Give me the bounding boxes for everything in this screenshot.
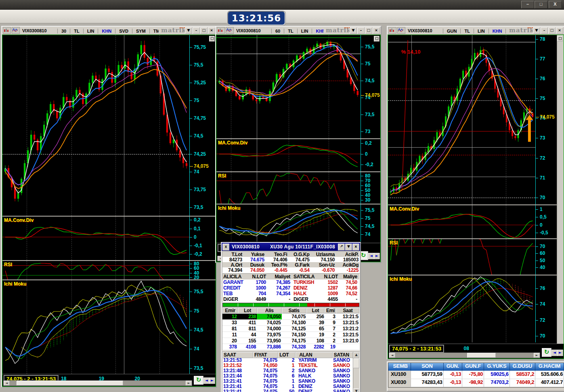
maximize-button[interactable]: □	[200, 27, 208, 34]
symbol-label[interactable]: VIX0300810	[234, 28, 271, 33]
panel-corner-button[interactable]	[557, 36, 563, 42]
chart-hscrollbar[interactable]: ◄►	[3, 380, 192, 386]
symbol-label[interactable]: VIX0300810	[405, 28, 443, 33]
rsi-plot[interactable]: RSI	[2, 261, 189, 279]
refresh-button[interactable]: ↻	[194, 376, 203, 385]
ichimoku-plot[interactable]: Ichi Moku	[2, 280, 189, 374]
trade-row[interactable]: 13:21:5374,0752YATIRIMSANKO	[222, 357, 359, 363]
bar-chart-icon[interactable]	[217, 27, 225, 34]
quote-close-left-button[interactable]: x	[222, 244, 229, 250]
macd-plot[interactable]: MA.Conv.Div	[216, 139, 361, 171]
titlebar-segment-lin[interactable]: LIN	[297, 29, 312, 33]
titlebar-segment-30[interactable]: 30	[57, 29, 70, 33]
index-row[interactable]: XU10058773,59-0,13-75,8059025,658537,253…	[388, 371, 564, 379]
broker-row[interactable]: TEB70474,354HALK100974,52	[222, 291, 359, 296]
scroll-down-icon[interactable]: ▼	[353, 388, 359, 392]
depth-row[interactable]: 2015573,95074,175108213:21:0	[222, 338, 359, 344]
titlebar-segment-lin[interactable]: LIN	[474, 29, 489, 33]
chart-hscrollbar[interactable]: ◄►	[389, 352, 540, 358]
minimize-button[interactable]: –	[193, 27, 200, 34]
scrollbar-thumb[interactable]	[467, 353, 496, 358]
titlebar-segment-tl[interactable]: TL	[460, 29, 473, 33]
broker-row[interactable]: ALICILAN.LOTMaliyetSATICILAN.LOTMaliye	[222, 274, 359, 279]
depth-row[interactable]: 1223874,05074,075256313:21:5	[222, 314, 359, 320]
scrollbar-left-icon[interactable]: ◄	[4, 381, 10, 386]
ichimoku-plot[interactable]: Ichi Moku	[216, 204, 361, 242]
index-row[interactable]: SEMBSONGUN.GUN.FG.YUKSG.DUSUG.HACIM	[388, 363, 564, 371]
page-right-button[interactable]: ►	[557, 350, 563, 356]
titlebar-segment-svd[interactable]: SVD	[115, 29, 132, 33]
page-left-button[interactable]: ◄	[551, 350, 558, 356]
bar-chart-icon[interactable]	[388, 27, 396, 34]
dropdown-button[interactable]: ▼	[185, 27, 192, 34]
wave-indicator-icon[interactable]	[226, 27, 234, 34]
dropdown-button[interactable]: ▼	[533, 27, 540, 34]
bar-chart-icon[interactable]	[3, 27, 11, 34]
scrollbar-thumb[interactable]	[353, 359, 359, 368]
close-button[interactable]: ×	[373, 27, 380, 34]
popout-button[interactable]: ↗	[338, 244, 345, 250]
titlebar-segment-sym[interactable]: SYM	[132, 29, 149, 33]
titlebar-segment-tl[interactable]: TL	[284, 29, 297, 33]
minimize-button[interactable]: –	[357, 27, 365, 34]
scrollbar-left-icon[interactable]: ◄	[389, 353, 395, 358]
close-button[interactable]: ×	[208, 27, 215, 34]
dropdown-button[interactable]: ▼	[350, 27, 357, 34]
price-plot[interactable]: % 14,10	[388, 35, 535, 204]
titlebar-segment-lin[interactable]: LIN	[83, 29, 98, 33]
maximize-button[interactable]: □	[548, 27, 556, 34]
macd-plot[interactable]: MA.Conv.Div	[2, 217, 189, 260]
depth-row[interactable]: EmirLotAlisSatisLotEmiSaat	[222, 308, 359, 314]
price-plot[interactable]	[216, 35, 361, 138]
depth-row[interactable]: 3341174,02574,10039913:21:5	[222, 320, 359, 326]
ichimoku-plot[interactable]: Ichi Moku	[388, 275, 535, 342]
panel-corner-button[interactable]	[374, 36, 379, 42]
depth-row[interactable]: 114473,97574,15019213:21:5	[222, 332, 359, 338]
app-close-button[interactable]: X	[549, 1, 562, 8]
titlebar-segment-khn[interactable]: KHN	[98, 29, 115, 33]
trade-row[interactable]: 13:21:4174,07550DENIZSANKO	[222, 389, 359, 392]
index-row[interactable]: XU03074283,43-0,13-98,9274703,274049,240…	[388, 379, 564, 387]
page-left-button[interactable]: ◄	[368, 253, 374, 259]
refresh-button[interactable]: ↻	[542, 348, 551, 357]
page-right-button[interactable]: ►	[374, 253, 380, 259]
depth-row[interactable]: 378410873,88674,328228219	[222, 344, 359, 350]
trade-row[interactable]: SAATFIYATLOTALANSATAN	[222, 352, 359, 357]
chart-vscrollbar[interactable]	[557, 35, 564, 344]
close-button[interactable]: x	[352, 244, 359, 250]
close-button[interactable]: ×	[556, 27, 563, 34]
broker-row[interactable]: DiGER4849-DiGER4455-	[222, 296, 359, 302]
app-minimize-button[interactable]: –	[521, 1, 534, 8]
maximize-button[interactable]: □	[365, 27, 372, 34]
panel-corner-button[interactable]	[209, 36, 215, 42]
minimize-button[interactable]: –	[541, 27, 548, 34]
page-right-button[interactable]: ►	[209, 377, 215, 384]
scroll-up-icon[interactable]: ▲	[353, 352, 359, 358]
dropdown-button[interactable]: ▼	[345, 244, 352, 250]
titlebar-segment-khn[interactable]: KHN	[489, 29, 506, 33]
rsi-plot[interactable]: RSI	[216, 172, 361, 204]
trades-vscrollbar[interactable]: ▲ ▼	[353, 352, 359, 392]
titlebar-segment-60[interactable]: 60	[271, 29, 284, 33]
trade-row[interactable]: 13:21:5274,0501TEKSTILSANKO	[222, 363, 359, 368]
wave-indicator-icon[interactable]	[12, 27, 20, 34]
scrollbar-right-icon[interactable]: ►	[534, 353, 540, 358]
titlebar-segment-gun[interactable]: GUN	[443, 29, 460, 33]
broker-row[interactable]: GARANT170074,385TURKISH150274,50	[222, 279, 359, 285]
macd-plot[interactable]: MA.Conv.Div	[388, 205, 535, 238]
titlebar-segment-tl[interactable]: TL	[70, 29, 83, 33]
price-plot[interactable]	[2, 35, 189, 216]
trade-row[interactable]: 13:21:4174,0751SANKOSANKO	[222, 378, 359, 384]
trade-row[interactable]: 13:21:4874,0752SANKOSANKO	[222, 368, 359, 373]
scrollbar-thumb[interactable]	[17, 381, 123, 386]
trade-row[interactable]: 13:21:4474,0756HALKSANKO	[222, 373, 359, 378]
symbol-label[interactable]: VIX0300810	[20, 28, 57, 33]
app-maximize-button[interactable]: □	[535, 1, 547, 8]
scrollbar-right-icon[interactable]: ►	[186, 381, 192, 386]
page-left-button[interactable]: ◄	[203, 377, 210, 384]
trade-row[interactable]: 13:21:4174,0751DENIZSANKO	[222, 384, 359, 389]
depth-row[interactable]: 8181174,00074,12565713:21:2	[222, 326, 359, 332]
rsi-plot[interactable]: RSI	[388, 239, 535, 275]
broker-row[interactable]: CREDIT100074,267DENIZ128774,66	[222, 285, 359, 291]
wave-indicator-icon[interactable]	[397, 27, 405, 34]
